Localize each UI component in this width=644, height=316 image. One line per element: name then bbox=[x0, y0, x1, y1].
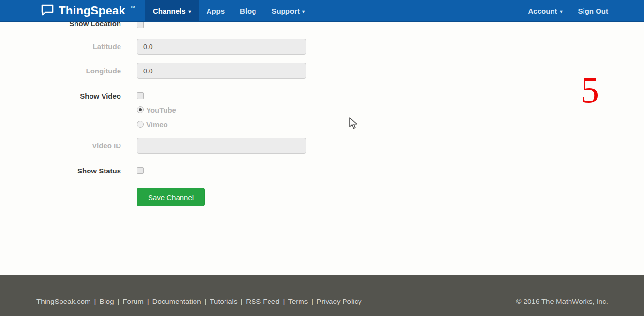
step-number-annotation: 5 bbox=[581, 72, 599, 108]
trademark-symbol: ™ bbox=[130, 5, 135, 10]
separator: | bbox=[240, 297, 242, 305]
show-status-label: Show Status bbox=[0, 167, 121, 175]
show-status-checkbox[interactable] bbox=[137, 167, 144, 174]
save-channel-button[interactable]: Save Channel bbox=[137, 188, 205, 206]
footer-link-thingspeak[interactable]: ThingSpeak.com bbox=[36, 297, 91, 305]
footer-link-forum[interactable]: Forum bbox=[122, 297, 143, 305]
page-footer: ThingSpeak.com|Blog|Forum|Documentation|… bbox=[0, 275, 644, 316]
separator: | bbox=[94, 297, 96, 305]
nav-item-sign-out[interactable]: Sign Out bbox=[570, 0, 616, 21]
separator: | bbox=[283, 297, 285, 305]
top-navbar: ThingSpeak ™ Channels ▾ Apps Blog Suppor… bbox=[0, 0, 644, 22]
brand-name: ThingSpeak bbox=[59, 4, 125, 17]
show-video-label: Show Video bbox=[0, 92, 121, 100]
nav-label: Support bbox=[271, 7, 300, 15]
main-nav: Channels ▾ Apps Blog Support ▾ bbox=[145, 0, 313, 21]
nav-label: Sign Out bbox=[578, 7, 609, 15]
show-video-checkbox[interactable] bbox=[137, 92, 144, 99]
footer-link-privacy-policy[interactable]: Privacy Policy bbox=[316, 297, 361, 305]
separator: | bbox=[205, 297, 207, 305]
page: ThingSpeak ™ Channels ▾ Apps Blog Suppor… bbox=[0, 0, 644, 316]
show-location-checkbox[interactable] bbox=[137, 21, 144, 28]
longitude-input[interactable] bbox=[137, 63, 306, 79]
nav-item-channels[interactable]: Channels ▾ bbox=[145, 0, 199, 21]
longitude-label: Longitude bbox=[0, 67, 121, 75]
nav-item-apps[interactable]: Apps bbox=[199, 0, 233, 21]
nav-item-account[interactable]: Account ▾ bbox=[520, 0, 570, 21]
chevron-down-icon: ▾ bbox=[302, 9, 305, 14]
video-id-label: Video ID bbox=[0, 142, 121, 150]
youtube-radio[interactable] bbox=[137, 106, 144, 113]
chevron-down-icon: ▾ bbox=[189, 9, 191, 14]
footer-link-tutorials[interactable]: Tutorials bbox=[210, 297, 237, 305]
separator: | bbox=[311, 297, 313, 305]
speech-bubble-icon bbox=[41, 4, 54, 18]
nav-right: Account ▾ Sign Out bbox=[520, 0, 644, 21]
copyright-text: © 2016 The MathWorks, Inc. bbox=[516, 297, 608, 305]
youtube-radio-label: YouTube bbox=[146, 106, 176, 114]
vimeo-radio[interactable] bbox=[137, 121, 144, 128]
nav-label: Channels bbox=[153, 7, 186, 15]
thingspeak-logo[interactable]: ThingSpeak ™ bbox=[0, 0, 145, 21]
footer-links: ThingSpeak.com|Blog|Forum|Documentation|… bbox=[36, 297, 362, 305]
footer-link-rss-feed[interactable]: RSS Feed bbox=[246, 297, 279, 305]
nav-label: Blog bbox=[240, 7, 256, 15]
nav-item-support[interactable]: Support ▾ bbox=[264, 0, 313, 21]
video-id-input[interactable] bbox=[137, 138, 306, 154]
chevron-down-icon: ▾ bbox=[560, 9, 562, 14]
footer-link-terms[interactable]: Terms bbox=[288, 297, 308, 305]
footer-link-blog[interactable]: Blog bbox=[99, 297, 114, 305]
separator: | bbox=[118, 297, 120, 305]
separator: | bbox=[147, 297, 149, 305]
footer-link-documentation[interactable]: Documentation bbox=[152, 297, 201, 305]
nav-label: Apps bbox=[207, 7, 225, 15]
nav-label: Account bbox=[528, 7, 557, 15]
nav-item-blog[interactable]: Blog bbox=[232, 0, 264, 21]
vimeo-radio-label: Vimeo bbox=[146, 120, 168, 129]
latitude-input[interactable] bbox=[137, 39, 306, 55]
mouse-cursor-icon bbox=[349, 117, 359, 132]
latitude-label: Latitude bbox=[0, 43, 121, 51]
